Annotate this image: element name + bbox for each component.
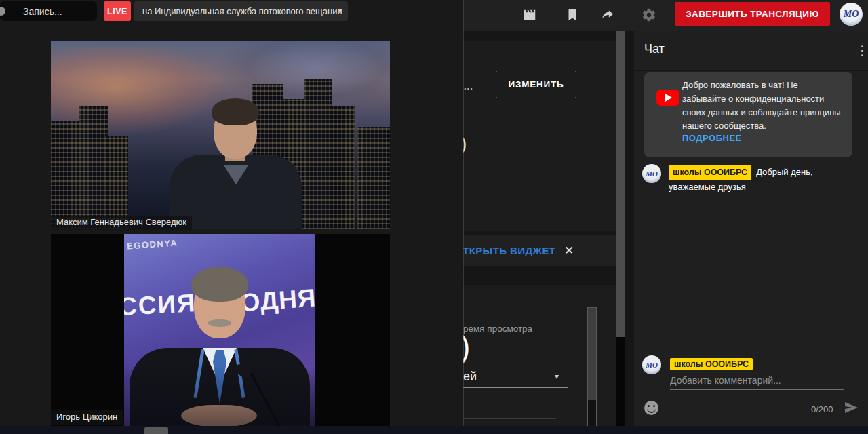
watch-time-label: ремя просмотра	[463, 323, 532, 334]
author-badge: школы ОООИБРС	[670, 358, 753, 370]
taskbar-tab	[144, 427, 168, 434]
bookmark-icon[interactable]	[565, 7, 580, 22]
welcome-line: Добро пожаловать в чат! Не	[682, 79, 846, 92]
comment-input[interactable]	[670, 372, 844, 390]
avatar-monogram: МО	[642, 355, 661, 374]
char-counter: 0/200	[811, 404, 833, 414]
recording-label: Запись...	[23, 6, 62, 17]
author-badge: школы ОООИБРС	[669, 165, 751, 180]
welcome-line: нашего сообщества.	[682, 119, 846, 133]
chat-menu-kebab-icon[interactable]: ⋮	[856, 43, 868, 58]
building-art	[357, 127, 390, 229]
composer-avatar: МО	[642, 355, 661, 374]
welcome-more-link[interactable]: ПОДРОБНЕЕ	[682, 133, 742, 143]
chat-title: Чат	[644, 42, 665, 56]
taskbar-edge	[0, 426, 868, 434]
send-icon[interactable]	[843, 399, 859, 416]
recording-indicator: Запись...	[0, 1, 97, 21]
welcome-line: забывайте о конфиденциальности	[682, 92, 846, 106]
message-avatar: МО	[642, 164, 661, 183]
welcome-line: своих данных и соблюдайте принципы	[682, 106, 846, 119]
participant-2-name: Игорь Цикорин	[51, 410, 123, 425]
avatar-monogram: МО	[642, 164, 661, 183]
settings-gear-icon[interactable]	[642, 7, 656, 22]
composer-author-badge: школы ОООИБРС	[670, 357, 757, 370]
chat-welcome-card: Добро пожаловать в чат! Не забывайте о к…	[644, 72, 852, 157]
page-scrollbar[interactable]	[616, 31, 625, 426]
share-icon[interactable]	[600, 7, 615, 22]
scrollbar-thumb[interactable]	[616, 31, 625, 337]
dropdown-underline	[463, 387, 568, 388]
widget-close-icon[interactable]: ✕	[564, 243, 574, 258]
clipped-text-dots: ...	[464, 81, 473, 92]
record-dot-icon	[0, 7, 5, 16]
press-photo: EGODNYA ССИЯ ГОДНЯ S	[124, 234, 315, 426]
chevron-down-icon: ▾	[338, 6, 342, 15]
backdrop-text-top: EGODNYA	[127, 237, 178, 251]
destination-label: на Индивидуальная служба потокового веща…	[142, 6, 342, 16]
building-art	[329, 106, 355, 229]
chat-header-divider	[634, 70, 868, 71]
participant-1-name: Максим Геннадьевич Свередюк	[51, 216, 192, 230]
participant-1-face	[214, 103, 257, 159]
building-art	[304, 79, 332, 229]
video-feed-2: EGODNYA ССИЯ ГОДНЯ S	[51, 234, 390, 426]
inner-scrollbar[interactable]	[587, 307, 597, 427]
welcome-text: Добро пожаловать в чат! Не забывайте о к…	[682, 79, 846, 133]
end-stream-button[interactable]: ЗАВЕРШИТЬ ТРАНСЛЯЦИЮ	[675, 2, 830, 26]
open-widget-link[interactable]: ОТКРЫТЬ ВИДЖЕТ	[454, 245, 555, 256]
video-conference-window: Запись... LIVE на Индивидуальная служба …	[0, 0, 463, 426]
youtube-play-icon	[656, 90, 679, 106]
stream-settings-card	[463, 41, 616, 231]
photo-fade	[124, 365, 315, 426]
backdrop-text-left: ССИЯ	[124, 289, 197, 321]
faint-underline	[461, 418, 556, 419]
metric-dropdown[interactable]: ей	[463, 370, 477, 384]
participant-2-mustache	[208, 319, 231, 327]
composer-divider	[634, 344, 868, 344]
video-feed-1	[51, 41, 390, 229]
emoji-icon[interactable]	[644, 401, 658, 415]
building-art	[79, 106, 108, 229]
film-strip-icon[interactable]	[522, 7, 537, 22]
building-art	[51, 121, 83, 229]
live-badge: LIVE	[104, 1, 131, 21]
stream-destination-dropdown[interactable]: на Индивидуальная служба потокового веща…	[134, 1, 348, 21]
chat-message: школы ОООИБРСДобрый день, уважаемые друз…	[669, 165, 833, 193]
edit-button[interactable]: ИЗМЕНИТЬ	[496, 71, 576, 98]
participant-2-face	[194, 272, 245, 338]
channel-avatar[interactable]: МО	[840, 3, 863, 26]
chevron-down-icon: ▾	[555, 372, 559, 381]
